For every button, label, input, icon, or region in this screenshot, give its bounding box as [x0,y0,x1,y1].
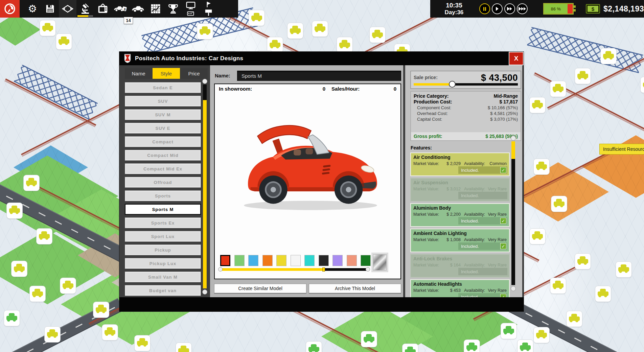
model-name-input[interactable]: Sports M [237,71,401,81]
car-glyph [178,348,189,352]
slider-left-knob[interactable] [218,267,223,272]
feature-air-conditioning[interactable]: Air ConditioningMarket Value:$ 2,029Avai… [410,152,510,176]
scroll-up-knob[interactable] [511,136,516,141]
close-button[interactable]: X [509,52,524,65]
model-pickup-lux[interactable]: Pickup Lux [125,258,201,269]
car-tile [530,97,545,113]
car-tile [249,10,264,26]
stats-icon[interactable] [147,0,164,18]
fast-button[interactable] [504,3,515,14]
feature-aluminium-body[interactable]: Aluminium BodyMarket Value:$ 2,200Availa… [410,203,510,227]
model-suv[interactable]: SUV [125,96,201,107]
save-icon[interactable] [41,0,59,18]
research-icon[interactable] [76,0,94,18]
game-logo-icon[interactable] [0,0,20,18]
money-display: $ $2,148,193 [586,4,644,14]
paint-swatch-5[interactable] [291,255,301,266]
time-text: 10:35 [440,2,468,9]
model-sport-lux[interactable]: Sport Lux [125,231,201,242]
model-list-panel: NameStylePrice Sedan ESUVSUV MSUV ECompa… [122,65,208,298]
car-tile [370,27,385,43]
paint-swatch-4[interactable] [276,255,286,266]
color-slider[interactable] [220,268,368,271]
included-checkbox[interactable]: ✓ [500,218,506,224]
scroll-up-knob[interactable] [202,79,207,84]
model-sports-m[interactable]: Sports M [125,204,201,215]
fastest-button[interactable] [517,3,528,14]
scroll-thumb[interactable] [203,85,207,100]
play-button[interactable] [492,3,503,14]
car-tile [641,77,644,93]
car-tile [501,323,516,339]
scroll-down-knob[interactable] [511,286,516,291]
model-compact-mid-ex[interactable]: Compact Mid Ex [125,163,201,174]
features-scrollbar[interactable] [511,136,515,291]
availability-label: Availability: [464,237,485,242]
model-sports[interactable]: Sports [125,190,201,201]
speed-controls [479,3,528,14]
research-progress-bar [77,15,93,17]
metallic-paint-swatch[interactable] [373,254,387,271]
paint-swatch-1[interactable] [234,255,245,266]
car-tile [37,229,52,244]
scroll-thumb[interactable] [511,141,515,159]
slider-right-knob[interactable] [366,267,370,272]
paint-swatch-7[interactable] [319,255,329,266]
model-budget-van[interactable]: Budget van [125,285,201,296]
car-tile [575,254,591,269]
car-glyph [105,330,115,334]
market-value: $ 164 [439,263,464,267]
paint-swatch-2[interactable] [248,255,258,266]
availability-value: Very Rare [485,263,507,267]
included-checkbox[interactable]: ✓ [500,243,506,249]
slider-mid-knob[interactable] [322,267,325,272]
marketing-icon[interactable] [94,0,112,18]
car-tile [102,325,118,340]
model-sedan-e[interactable]: Sedan E [125,82,201,93]
power-gauge-red [568,4,573,14]
sale-price-slider[interactable] [414,83,518,86]
feature-anti-lock-brakes[interactable]: Anti-Lock BrakesMarket Value:$ 164Availa… [410,254,510,278]
displays-icon[interactable] [182,0,200,18]
create-similar-model-button[interactable]: Create Similar Model [214,284,306,293]
achievements-icon[interactable] [164,0,182,18]
model-suv-m[interactable]: SUV M [125,109,201,120]
paint-swatch-6[interactable] [304,255,315,266]
paint-swatch-3[interactable] [262,255,273,266]
vehicles-icon[interactable] [129,0,147,18]
availability-value: Common [485,161,507,166]
model-suv-e[interactable]: SUV E [125,123,201,134]
paint-swatch-10[interactable] [361,255,371,266]
paint-swatch-0[interactable] [220,255,230,266]
included-strip: Included.✓ [458,166,507,174]
model-list-scrollbar[interactable] [203,79,207,295]
showroom-icon[interactable]: $ [112,0,129,18]
model-compact-mid[interactable]: Compact Mid [125,150,201,161]
included-checkbox[interactable]: ✓ [500,167,506,173]
feature-ambient-cabin-lighting[interactable]: Ambient Cabin LightingMarket Value:$ 1,0… [410,229,510,252]
model-small-van-m[interactable]: Small Van M [125,272,201,282]
car-tile [40,20,55,36]
archive-model-button[interactable]: Archive This Model [309,284,401,293]
view-icon[interactable] [59,0,76,18]
paint-swatch-9[interactable] [347,255,357,266]
model-sports-ex[interactable]: Sports Ex [125,217,201,228]
settings-icon[interactable]: ⚙ [24,0,41,18]
pause-button[interactable] [479,3,490,14]
model-offroad[interactable]: Offroad [125,177,201,188]
tab-price[interactable]: Price [180,68,208,79]
sale-price-knob[interactable] [449,81,456,88]
paint-swatch-8[interactable] [332,255,343,266]
car-tile [361,331,377,347]
model-compact[interactable]: Compact [125,136,201,147]
model-pickup[interactable]: Pickup [125,244,201,255]
scroll-track[interactable] [203,100,207,288]
tab-name[interactable]: Name [125,68,152,79]
feature-air-suspension[interactable]: Air SuspensionMarket Value:$ 3,012Availa… [410,178,510,202]
scroll-track[interactable] [511,159,515,285]
sale-price-box: Sale price: $ 43,500 [410,71,521,89]
market-value-label: Market Value: [413,288,439,293]
signs-icon[interactable] [200,0,217,18]
scroll-down-knob[interactable] [202,289,207,295]
tab-style[interactable]: Style [153,68,180,79]
